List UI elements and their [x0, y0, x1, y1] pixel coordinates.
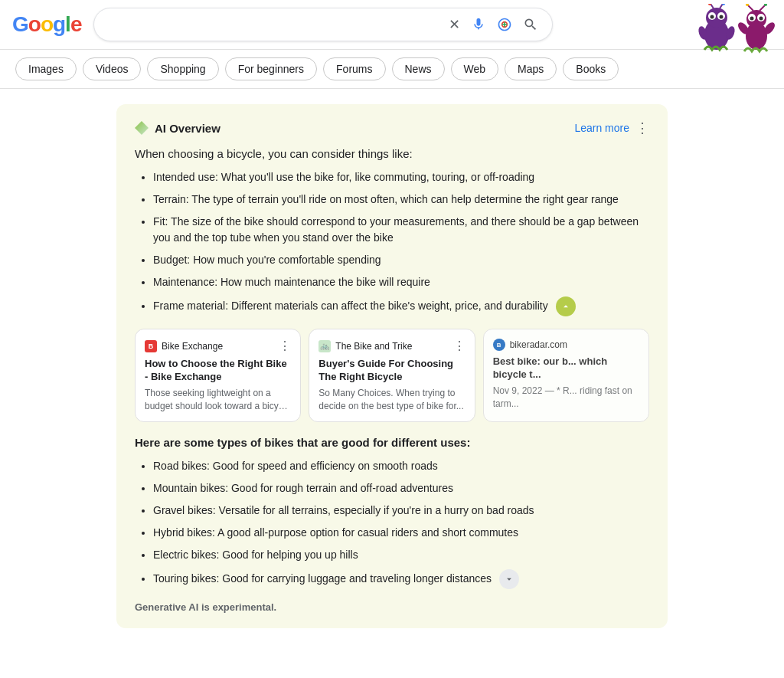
logo-g: G — [12, 12, 28, 37]
source-card-snippet: So Many Choices. When trying to decide o… — [318, 387, 465, 413]
ai-diamond-icon — [135, 121, 149, 135]
source-card-bike-trike[interactable]: 🚲 The Bike and Trike ⋮ Buyer's Guide For… — [309, 329, 475, 422]
generative-note: Generative AI is experimental. — [135, 601, 649, 613]
considerations-list: Intended use: What you'll use the bike f… — [135, 169, 649, 316]
source-site: B Bike Exchange — [145, 340, 223, 352]
search-input[interactable]: how can I choose the right bicycle — [106, 18, 439, 31]
source-card-bike-exchange[interactable]: B Bike Exchange ⋮ How to Choose the Righ… — [135, 329, 301, 422]
bikeradar-favicon: B — [493, 339, 505, 351]
search-button[interactable] — [521, 15, 540, 34]
list-item: Electric bikes: Good for helping you up … — [153, 547, 649, 563]
chevron-down-icon — [504, 574, 514, 585]
main-content: AI Overview Learn more ⋮ When choosing a… — [101, 89, 683, 674]
list-item: Gravel bikes: Versatile for all terrains… — [153, 503, 649, 519]
tab-web[interactable]: Web — [451, 57, 499, 80]
list-item: Terrain: The type of terrain you'll ride… — [153, 192, 649, 208]
list-item: Mountain bikes: Good for rough terrain a… — [153, 480, 649, 496]
clear-button[interactable]: ✕ — [447, 15, 462, 34]
list-item: Road bikes: Good for speed and efficienc… — [153, 458, 649, 474]
source-site-name: Bike Exchange — [162, 341, 223, 352]
collapse-button[interactable] — [556, 296, 576, 316]
google-logo[interactable]: Google — [12, 12, 81, 37]
ai-overview-left: AI Overview — [135, 121, 220, 135]
logo-o1: o — [28, 12, 41, 37]
tab-news[interactable]: News — [392, 57, 445, 80]
source-card-snippet: Those seeking lightweight on a budget sh… — [145, 387, 291, 413]
doodle-character-1 — [697, 4, 737, 54]
source-card-header: 🚲 The Bike and Trike ⋮ — [318, 339, 465, 353]
source-card-snippet: Nov 9, 2022 — * R... riding fast on tarm… — [493, 385, 639, 411]
tab-shopping[interactable]: Shopping — [147, 57, 218, 80]
source-site-name: bikeradar.com — [510, 339, 567, 350]
expand-button[interactable] — [499, 569, 519, 589]
svg-line-21 — [760, 5, 765, 11]
search-icon — [523, 17, 538, 32]
bike-types-heading: Here are some types of bikes that are go… — [135, 436, 649, 449]
learn-more-link[interactable]: Learn more — [574, 122, 629, 134]
bike-types-list: Road bikes: Good for speed and efficienc… — [135, 458, 649, 589]
source-site: B bikeradar.com — [493, 339, 567, 351]
tab-books[interactable]: Books — [563, 57, 619, 80]
source-card-title: Buyer's Guide For Choosing The Right Bic… — [318, 358, 465, 384]
voice-search-button[interactable] — [469, 15, 488, 34]
doodle-character-2 — [737, 4, 776, 54]
tab-images[interactable]: Images — [15, 57, 77, 80]
list-item: Intended use: What you'll use the bike f… — [153, 169, 649, 185]
source-site-name: The Bike and Trike — [335, 341, 412, 352]
svg-line-19 — [748, 5, 753, 11]
bike-exchange-favicon: B — [145, 340, 157, 352]
ai-intro-text: When choosing a bicycle, you can conside… — [135, 147, 649, 160]
list-item: Frame material: Different materials can … — [153, 296, 649, 316]
list-item: Budget: How much you're comfortable spen… — [153, 252, 649, 268]
chevron-up-icon — [560, 301, 571, 312]
ai-overview-title: AI Overview — [155, 122, 220, 135]
more-options-icon[interactable]: ⋮ — [635, 120, 649, 136]
source-cards: B Bike Exchange ⋮ How to Choose the Righ… — [135, 329, 649, 422]
source-card-bikeradar[interactable]: B bikeradar.com Best bike: our b... whic… — [483, 329, 649, 422]
list-item: Fit: The size of the bike should corresp… — [153, 214, 649, 246]
image-search-button[interactable] — [495, 15, 514, 34]
source-site: 🚲 The Bike and Trike — [318, 340, 412, 352]
ai-overview-box: AI Overview Learn more ⋮ When choosing a… — [116, 104, 668, 628]
source-card-header: B bikeradar.com — [493, 339, 639, 351]
tab-forums[interactable]: Forums — [323, 57, 385, 80]
list-item: Hybrid bikes: A good all-purpose option … — [153, 525, 649, 541]
svg-point-5 — [710, 15, 714, 19]
svg-point-6 — [720, 15, 724, 19]
ai-overview-header: AI Overview Learn more ⋮ — [135, 120, 649, 136]
trike-favicon: 🚲 — [318, 340, 331, 352]
filter-tabs: Images Videos Shopping For beginners For… — [0, 50, 784, 89]
list-item: Maintenance: How much maintenance the bi… — [153, 274, 649, 290]
tab-maps[interactable]: Maps — [505, 57, 557, 80]
logo-l: l — [65, 12, 70, 37]
logo-g2: g — [53, 12, 65, 37]
microphone-icon — [471, 17, 486, 32]
header: Google how can I choose the right bicycl… — [0, 0, 784, 50]
logo-o2: o — [41, 12, 53, 37]
logo-e: e — [70, 12, 82, 37]
list-item: Touring bikes: Good for carrying luggage… — [153, 569, 649, 589]
tab-for-beginners[interactable]: For beginners — [225, 57, 317, 80]
source-card-header: B Bike Exchange ⋮ — [145, 339, 291, 353]
source-card-title: How to Choose the Right Bike - Bike Exch… — [145, 358, 291, 384]
svg-point-18 — [760, 17, 763, 21]
search-icons: ✕ — [447, 15, 540, 34]
search-bar: how can I choose the right bicycle ✕ — [93, 8, 553, 41]
doodle-area — [697, 0, 776, 54]
source-menu-icon[interactable]: ⋮ — [279, 339, 291, 353]
source-menu-icon[interactable]: ⋮ — [453, 339, 466, 353]
tab-videos[interactable]: Videos — [83, 57, 142, 80]
svg-point-17 — [750, 17, 754, 21]
camera-icon — [497, 17, 512, 32]
ai-overview-right: Learn more ⋮ — [574, 120, 649, 136]
source-card-title: Best bike: our b... which bicycle t... — [493, 355, 639, 382]
